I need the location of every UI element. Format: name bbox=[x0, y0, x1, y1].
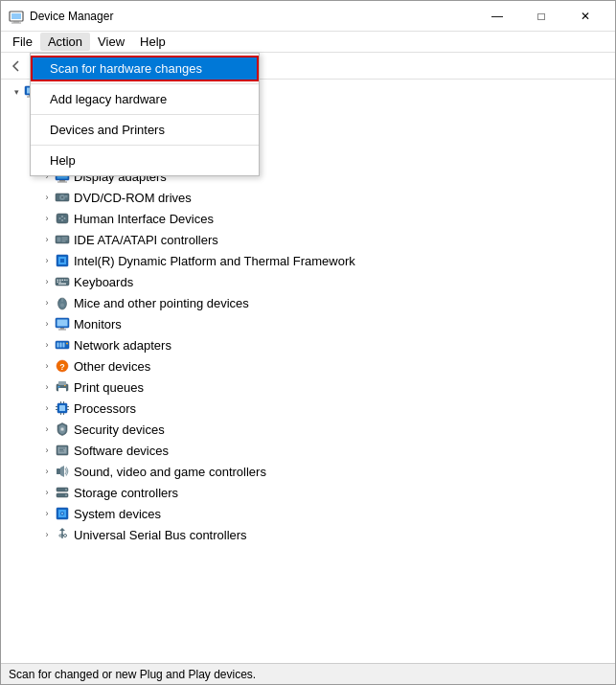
svg-point-26 bbox=[61, 196, 63, 198]
tree-item-usb[interactable]: › Universal Serial Bus controllers bbox=[5, 524, 615, 545]
svg-rect-59 bbox=[57, 343, 59, 348]
svg-rect-43 bbox=[57, 280, 59, 282]
menu-view[interactable]: View bbox=[90, 33, 132, 51]
svg-rect-27 bbox=[65, 195, 68, 196]
svg-rect-45 bbox=[62, 280, 64, 282]
menu-scan-hardware[interactable]: Scan for hardware changes bbox=[31, 56, 259, 81]
svg-point-53 bbox=[60, 304, 64, 308]
status-bar: Scan for changed or new Plug and Play de… bbox=[1, 663, 615, 684]
menu-add-legacy[interactable]: Add legacy hardware bbox=[31, 86, 259, 112]
menu-help[interactable]: Help bbox=[132, 33, 173, 51]
root-expand-icon: ▾ bbox=[9, 84, 24, 100]
tree-item-security[interactable]: › Security devices bbox=[5, 419, 615, 440]
close-button[interactable]: ✕ bbox=[563, 1, 607, 32]
tree-item-keyboards[interactable]: › Keyboards bbox=[5, 271, 615, 292]
svg-point-98 bbox=[64, 535, 67, 537]
usb-icon bbox=[55, 527, 70, 542]
back-button[interactable] bbox=[5, 56, 28, 77]
sound-icon bbox=[55, 464, 70, 479]
svg-rect-73 bbox=[56, 409, 57, 410]
menu-action[interactable]: Action bbox=[40, 33, 90, 51]
tree-item-ide[interactable]: › IDE ATA/ATAPI controllers bbox=[5, 229, 615, 250]
tree-item-intel[interactable]: › Intel(R) Dynamic Platform and Thermal … bbox=[5, 250, 615, 271]
svg-rect-49 bbox=[59, 282, 61, 284]
processors-label: Processors bbox=[74, 401, 136, 416]
menu-file[interactable]: File bbox=[5, 33, 40, 51]
software-label: Software devices bbox=[74, 444, 169, 458]
keyboards-icon bbox=[55, 274, 70, 289]
monitors-label: Monitors bbox=[74, 317, 122, 331]
storage-icon bbox=[55, 485, 70, 500]
mice-expand: › bbox=[39, 295, 55, 310]
svg-point-62 bbox=[66, 343, 68, 345]
storage-expand: › bbox=[39, 485, 55, 500]
tree-item-software[interactable]: › Software devices bbox=[5, 440, 615, 461]
usb-label: Universal Serial Bus controllers bbox=[74, 528, 247, 542]
tree-item-print[interactable]: › Print queues bbox=[5, 377, 615, 398]
maximize-button[interactable]: □ bbox=[519, 1, 563, 32]
menu-devices-printers[interactable]: Devices and Printers bbox=[31, 117, 259, 143]
tree-item-processors[interactable]: › Processors bbox=[5, 398, 615, 419]
svg-rect-78 bbox=[60, 413, 61, 415]
svg-rect-46 bbox=[64, 280, 66, 282]
hid-expand: › bbox=[39, 211, 55, 226]
storage-label: Storage controllers bbox=[74, 486, 178, 500]
software-icon bbox=[55, 443, 70, 458]
svg-point-90 bbox=[65, 494, 67, 496]
tree-item-network[interactable]: › Network adapters bbox=[5, 334, 615, 355]
device-manager-window: Device Manager — □ ✕ File Action View He… bbox=[0, 0, 616, 685]
svg-point-31 bbox=[61, 216, 63, 217]
tree-item-sound[interactable]: › Sound, video and game controllers bbox=[5, 461, 615, 482]
menu-separator-2 bbox=[31, 114, 259, 115]
window-title: Device Manager bbox=[30, 10, 475, 23]
ide-icon bbox=[55, 232, 70, 247]
svg-rect-55 bbox=[57, 320, 68, 327]
window-controls: — □ ✕ bbox=[475, 1, 607, 32]
svg-rect-75 bbox=[67, 409, 69, 410]
tree-item-monitors[interactable]: › Monitors bbox=[5, 313, 615, 334]
svg-rect-2 bbox=[13, 21, 19, 23]
svg-rect-22 bbox=[59, 180, 65, 182]
dvd-label: DVD/CD-ROM drives bbox=[74, 191, 192, 205]
svg-rect-86 bbox=[57, 468, 60, 474]
sound-label: Sound, video and game controllers bbox=[74, 465, 266, 479]
back-icon bbox=[10, 59, 23, 73]
print-icon bbox=[55, 379, 70, 395]
hid-label: Human Interface Devices bbox=[74, 212, 214, 226]
tree-item-storage[interactable]: › Storage controllers bbox=[5, 482, 615, 503]
tree-item-system[interactable]: › System devices bbox=[5, 503, 615, 524]
minimize-button[interactable]: — bbox=[475, 1, 519, 32]
print-label: Print queues bbox=[74, 380, 144, 395]
tree-item-dvd[interactable]: › DVD/CD-ROM drives bbox=[5, 187, 615, 208]
svg-rect-41 bbox=[60, 259, 64, 263]
tree-item-other[interactable]: › ? Other devices bbox=[5, 355, 615, 377]
svg-rect-79 bbox=[63, 413, 64, 415]
svg-marker-96 bbox=[59, 528, 65, 531]
monitors-expand: › bbox=[39, 316, 55, 331]
svg-rect-74 bbox=[67, 406, 69, 407]
tree-item-mice[interactable]: › Mice and other pointing devices bbox=[5, 292, 615, 313]
other-label: Other devices bbox=[74, 359, 150, 374]
svg-rect-37 bbox=[62, 240, 68, 240]
processors-icon bbox=[55, 400, 70, 416]
usb-expand: › bbox=[39, 527, 55, 542]
menu-separator-1 bbox=[31, 83, 259, 84]
system-label: System devices bbox=[74, 507, 161, 521]
ide-label: IDE ATA/ATAPI controllers bbox=[74, 233, 218, 247]
app-icon bbox=[9, 9, 24, 24]
other-expand: › bbox=[39, 358, 55, 374]
svg-rect-36 bbox=[62, 238, 68, 239]
svg-rect-72 bbox=[56, 406, 57, 407]
ide-expand: › bbox=[39, 232, 55, 247]
menu-help[interactable]: Help bbox=[31, 148, 259, 173]
print-expand: › bbox=[39, 379, 55, 395]
svg-rect-61 bbox=[63, 343, 65, 348]
svg-rect-3 bbox=[11, 22, 21, 23]
intel-expand: › bbox=[39, 253, 55, 268]
intel-icon bbox=[55, 253, 70, 268]
svg-rect-38 bbox=[62, 241, 66, 242]
status-text: Scan for changed or new Plug and Play de… bbox=[9, 668, 256, 681]
tree-item-hid[interactable]: › Human Interface Devices bbox=[5, 208, 615, 229]
svg-rect-48 bbox=[57, 282, 59, 284]
svg-rect-1 bbox=[11, 13, 21, 19]
